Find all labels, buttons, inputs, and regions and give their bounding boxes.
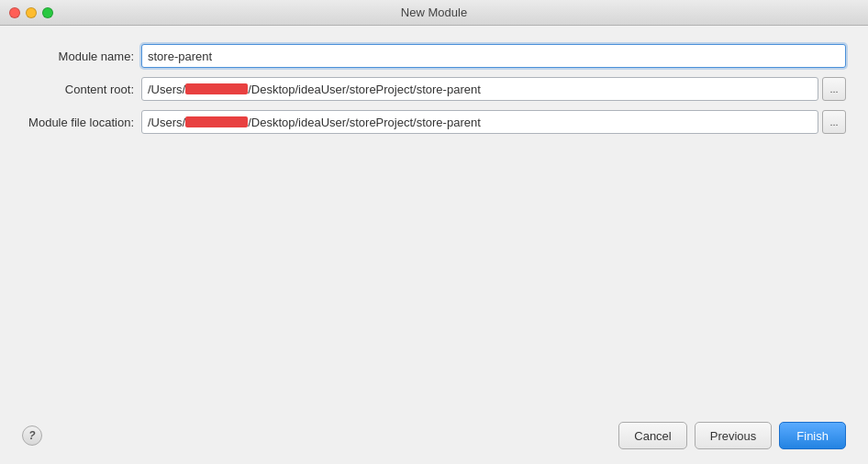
- module-file-location-row: Module file location: /Users//Desktop/id…: [22, 110, 846, 134]
- help-button[interactable]: ?: [22, 425, 42, 446]
- module-file-location-input-wrapper: /Users//Desktop/ideaUser/storeProject/st…: [141, 110, 846, 134]
- traffic-lights: [9, 7, 53, 18]
- form-area: Module name: Content root: /Users//Deskt…: [22, 44, 846, 134]
- module-name-input-wrapper: [141, 44, 846, 68]
- module-name-label: Module name:: [22, 50, 141, 63]
- bottom-left: ?: [22, 425, 42, 446]
- content-root-row: Content root: /Users//Desktop/ideaUser/s…: [22, 77, 846, 101]
- bottom-bar: ? Cancel Previous Finish: [22, 411, 846, 449]
- title-bar: New Module: [0, 0, 868, 26]
- finish-button[interactable]: Finish: [779, 422, 846, 449]
- content-root-input-display[interactable]: /Users//Desktop/ideaUser/storeProject/st…: [141, 77, 818, 101]
- maximize-button[interactable]: [42, 7, 53, 18]
- module-file-location-browse-button[interactable]: ...: [822, 110, 846, 134]
- module-file-location-label: Module file location:: [22, 116, 141, 129]
- content-root-label: Content root:: [22, 83, 141, 96]
- minimize-button[interactable]: [26, 7, 37, 18]
- module-name-row: Module name:: [22, 44, 846, 68]
- cancel-button[interactable]: Cancel: [618, 422, 686, 449]
- dialog-content: Module name: Content root: /Users//Deskt…: [0, 26, 868, 464]
- module-file-location-input-display[interactable]: /Users//Desktop/ideaUser/storeProject/st…: [141, 110, 818, 134]
- bottom-right: Cancel Previous Finish: [618, 422, 846, 449]
- content-root-input-wrapper: /Users//Desktop/ideaUser/storeProject/st…: [141, 77, 846, 101]
- module-name-input[interactable]: [141, 44, 846, 68]
- previous-button[interactable]: Previous: [695, 422, 773, 449]
- close-button[interactable]: [9, 7, 20, 18]
- dialog-title: New Module: [401, 6, 467, 19]
- content-root-browse-button[interactable]: ...: [822, 77, 846, 101]
